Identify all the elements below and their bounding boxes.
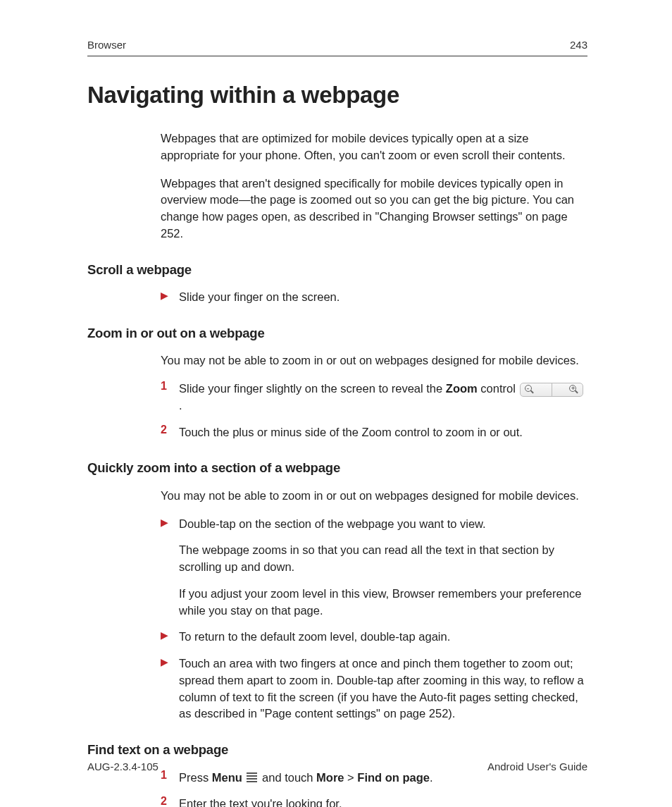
section-heading-quick-zoom: Quickly zoom into a section of a webpage	[87, 462, 587, 475]
item-text: Slide your finger on the screen.	[179, 289, 587, 306]
intro-paragraph: Webpages that are optimized for mobile d…	[161, 130, 587, 164]
list-item: ▶ Touch an area with two fingers at once…	[161, 655, 587, 722]
header-section: Browser	[87, 39, 126, 50]
item-text: Slide your finger slightly on the screen…	[179, 381, 587, 414]
item-text: Touch an area with two fingers at once a…	[179, 655, 587, 722]
text-bold: Zoom	[446, 382, 478, 395]
scroll-list: ▶ Slide your finger on the screen.	[161, 289, 587, 306]
footer-right: Android User's Guide	[487, 761, 587, 772]
quick-intro: You may not be able to zoom in or out on…	[161, 488, 587, 505]
zoom-in-icon: +	[552, 383, 583, 396]
text-bold: Find on page	[357, 771, 430, 784]
bullet-triangle-icon: ▶	[161, 290, 169, 300]
menu-icon	[247, 772, 257, 782]
zoom-block: You may not be able to zoom in or out on…	[161, 352, 587, 369]
section-heading-find: Find text on a webpage	[87, 744, 587, 757]
text-fragment: Press	[179, 771, 212, 784]
zoom-steps: 1 Slide your finger slightly on the scre…	[161, 381, 587, 441]
text-bold: Menu	[212, 771, 242, 784]
text-fragment: control	[478, 382, 519, 395]
intro-paragraph: Webpages that aren't designed specifical…	[161, 175, 587, 242]
item-text: Double-tap on the section of the webpage…	[179, 516, 587, 533]
quick-block: You may not be able to zoom in or out on…	[161, 488, 587, 505]
find-steps: 1 Press Menu and touch More > Find on pa…	[161, 770, 587, 808]
zoom-control-icon: -+	[520, 383, 583, 397]
list-item: 2 Touch the plus or minus side of the Zo…	[161, 424, 587, 441]
bullet-triangle-icon: ▶	[161, 517, 169, 527]
section-heading-scroll: Scroll a webpage	[87, 264, 587, 277]
page-title: Navigating within a webpage	[87, 83, 587, 106]
header-page-number: 243	[570, 39, 587, 50]
list-item: ▶ Double-tap on the section of the webpa…	[161, 516, 587, 533]
list-item: ▶ To return to the default zoom level, d…	[161, 629, 587, 646]
intro-block: Webpages that are optimized for mobile d…	[161, 130, 587, 242]
section-heading-zoom: Zoom in or out on a webpage	[87, 327, 587, 340]
page-header: Browser 243	[87, 39, 587, 50]
list-item: ▶ Slide your finger on the screen.	[161, 289, 587, 306]
quick-list: ▶ Double-tap on the section of the webpa…	[161, 516, 587, 723]
sub-paragraph: The webpage zooms in so that you can rea…	[179, 542, 587, 576]
header-rule	[87, 56, 587, 56]
text-fragment: >	[344, 771, 358, 784]
item-text: To return to the default zoom level, dou…	[179, 629, 587, 646]
page-footer: AUG-2.3.4-105 Android User's Guide	[87, 761, 587, 772]
text-fragment: Slide your finger slightly on the screen…	[179, 382, 446, 395]
text-fragment: .	[179, 399, 182, 412]
item-text: Enter the text you're looking for.	[179, 796, 587, 807]
step-number: 2	[161, 424, 169, 436]
bullet-triangle-icon: ▶	[161, 657, 169, 667]
text-fragment: and touch	[259, 771, 316, 784]
footer-left: AUG-2.3.4-105	[87, 761, 158, 772]
sub-paragraph: If you adjust your zoom level in this vi…	[179, 586, 587, 620]
bullet-triangle-icon: ▶	[161, 630, 169, 640]
zoom-intro: You may not be able to zoom in or out on…	[161, 352, 587, 369]
text-bold: More	[316, 771, 344, 784]
zoom-out-icon: -	[521, 383, 552, 396]
text-fragment: .	[430, 771, 433, 784]
list-item: 1 Slide your finger slightly on the scre…	[161, 381, 587, 414]
step-number: 2	[161, 796, 169, 807]
list-item: 2 Enter the text you're looking for.	[161, 796, 587, 807]
item-text: Touch the plus or minus side of the Zoom…	[179, 424, 587, 441]
step-number: 1	[161, 381, 169, 392]
